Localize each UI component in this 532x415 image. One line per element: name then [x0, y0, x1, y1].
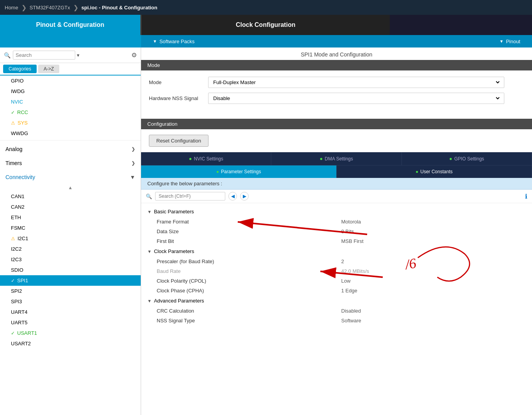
tab-clock-config[interactable]: Clock Configuration: [140, 15, 390, 35]
basic-params-chevron: ▼: [147, 209, 152, 214]
search-bar: 🔍 ▼ ⚙: [0, 47, 141, 63]
param-row-cpol: Clock Polarity (CPOL) Low: [141, 276, 532, 286]
sidebar-item-iwdg[interactable]: IWDG: [0, 86, 141, 97]
breadcrumb-device[interactable]: STM32F407ZGTx: [30, 5, 70, 11]
param-row-prescaler: Prescaler (for Baud Rate) 2: [141, 257, 532, 266]
param-row-first-bit: First Bit MSB First: [141, 236, 532, 246]
breadcrumb-home[interactable]: Home: [5, 5, 18, 11]
sidebar-item-eth[interactable]: ETH: [0, 212, 141, 223]
sidebar-item-sdio[interactable]: SDIO: [0, 265, 141, 275]
sidebar-section-analog[interactable]: Analog ❯: [0, 142, 141, 156]
sidebar-section-connectivity[interactable]: Connectivity ▼: [0, 170, 141, 184]
param-row-data-size: Data Size 8 Bits: [141, 227, 532, 236]
nvic-check-icon: ●: [189, 156, 192, 162]
sidebar-item-i2c3[interactable]: I2C3: [0, 254, 141, 265]
sub-bar: ▼ Software Packs ▼ Pinout: [0, 35, 532, 47]
params-table: ▼ Basic Parameters Frame Format Motorola…: [141, 203, 532, 329]
spi1-check-icon: ✓: [11, 278, 15, 283]
params-header: Configure the below parameters :: [141, 178, 532, 190]
config-tabs-row2: ● Parameter Settings ● User Constants: [141, 165, 532, 178]
breadcrumb: Home ❯ STM32F407ZGTx ❯ spi.ioc - Pinout …: [0, 0, 532, 15]
sidebar-item-gpio[interactable]: GPIO: [0, 76, 141, 86]
param-row-cpha: Clock Phase (CPHA) 1 Edge: [141, 286, 532, 295]
param-row-frame-format: Frame Format Motorola: [141, 217, 532, 227]
sidebar-item-rcc[interactable]: ✓ RCC: [0, 107, 141, 118]
config-tab-gpio[interactable]: ● GPIO Settings: [402, 152, 532, 165]
search-params: 🔍 ◀ ▶ ℹ: [141, 190, 532, 203]
config-section: Configuration Reset Configuration ● NVIC…: [141, 119, 532, 329]
sidebar-item-usart1[interactable]: ✓ USART1: [0, 328, 141, 338]
advanced-params-group[interactable]: ▼ Advanced Parameters: [141, 295, 532, 306]
sub-bar-pinout[interactable]: ▼ Pinout: [488, 39, 532, 44]
search-input[interactable]: [13, 51, 75, 60]
params-search-input[interactable]: [155, 192, 225, 200]
params-nav-prev[interactable]: ◀: [228, 192, 237, 200]
sub-bar-software-packs[interactable]: ▼ Software Packs: [141, 39, 206, 44]
rcc-check-icon: ✓: [11, 110, 15, 115]
sidebar-item-can1[interactable]: CAN1: [0, 191, 141, 202]
connectivity-items: CAN1 CAN2 ETH FSMC ⚠ I2C1 I2C2 I2C3 SDIO…: [0, 191, 141, 349]
usart1-check-icon: ✓: [11, 331, 15, 336]
mode-row: Mode Full-Duplex Master: [149, 77, 524, 88]
nss-row: Hardware NSS Signal Disable: [149, 93, 524, 104]
parameter-check-icon: ●: [216, 169, 219, 174]
params-search-icon: 🔍: [146, 193, 152, 199]
sidebar-item-sys[interactable]: ⚠ SYS: [0, 118, 141, 128]
config-section-header: Configuration: [141, 119, 532, 129]
main-layout: 🔍 ▼ ⚙ Categories A->Z GPIO IWDG NVIC ✓ R…: [0, 47, 532, 415]
dma-check-icon: ●: [320, 156, 323, 162]
search-dropdown-arrow[interactable]: ▼: [76, 53, 80, 58]
config-tab-user-constants[interactable]: ● User Constants: [337, 165, 532, 178]
mode-select-input[interactable]: Full-Duplex Master: [212, 79, 501, 86]
filter-tab-categories[interactable]: Categories: [3, 65, 37, 73]
reset-config-button[interactable]: Reset Configuration: [149, 135, 209, 147]
timers-chevron: ❯: [131, 160, 135, 166]
search-icon: 🔍: [4, 52, 11, 58]
sidebar-item-fsmc[interactable]: FSMC: [0, 223, 141, 233]
gear-icon[interactable]: ⚙: [131, 51, 137, 59]
sidebar-item-can2[interactable]: CAN2: [0, 202, 141, 212]
sidebar-items-system: GPIO IWDG NVIC ✓ RCC ⚠ SYS WWDG: [0, 76, 141, 139]
config-tab-parameter[interactable]: ● Parameter Settings: [141, 165, 337, 178]
main-tab-bar: Pinout & Configuration Clock Configurati…: [0, 15, 532, 35]
basic-params-group[interactable]: ▼ Basic Parameters: [141, 206, 532, 217]
mode-select[interactable]: Full-Duplex Master: [208, 77, 504, 88]
params-nav-next[interactable]: ▶: [240, 192, 249, 200]
user-constants-check-icon: ●: [415, 169, 418, 174]
clock-params-group[interactable]: ▼ Clock Parameters: [141, 246, 532, 257]
config-tab-nvic[interactable]: ● NVIC Settings: [141, 152, 271, 165]
analog-chevron: ❯: [131, 146, 135, 152]
sidebar-item-spi1[interactable]: ✓ SPI1: [0, 275, 141, 286]
content-area: SPI1 Mode and Configuration Mode Mode Fu…: [141, 47, 532, 415]
sidebar-item-i2c1[interactable]: ⚠ I2C1: [0, 233, 141, 244]
nss-select-input[interactable]: Disable: [212, 95, 501, 102]
gpio-check-icon: ●: [449, 156, 452, 162]
sidebar-section-timers[interactable]: Timers ❯: [0, 156, 141, 170]
scroll-up-arrow[interactable]: ▲: [68, 185, 73, 190]
sidebar-item-usart2[interactable]: USART2: [0, 338, 141, 349]
filter-tabs: Categories A->Z: [0, 63, 141, 76]
nss-select[interactable]: Disable: [208, 93, 504, 104]
sys-warning-icon: ⚠: [11, 120, 15, 126]
filter-tab-az[interactable]: A->Z: [38, 65, 59, 73]
tab-pinout-config[interactable]: Pinout & Configuration: [0, 15, 140, 35]
config-tabs-row1: ● NVIC Settings ● DMA Settings ● GPIO Se…: [141, 152, 532, 165]
breadcrumb-current: spi.ioc - Pinout & Configuration: [81, 5, 157, 11]
config-tab-dma[interactable]: ● DMA Settings: [271, 152, 401, 165]
sidebar-item-nvic[interactable]: NVIC: [0, 97, 141, 107]
mode-label: Mode: [149, 79, 203, 85]
mode-section: Mode Full-Duplex Master Hardware NSS Sig…: [141, 70, 532, 115]
mode-section-header: Mode: [141, 60, 532, 70]
sidebar: 🔍 ▼ ⚙ Categories A->Z GPIO IWDG NVIC ✓ R…: [0, 47, 141, 415]
sidebar-item-i2c2[interactable]: I2C2: [0, 244, 141, 254]
connectivity-chevron: ▼: [130, 174, 135, 180]
breadcrumb-chevron-2: ❯: [73, 4, 78, 11]
info-icon[interactable]: ℹ: [525, 193, 527, 200]
sidebar-item-spi2[interactable]: SPI2: [0, 286, 141, 296]
sidebar-item-spi3[interactable]: SPI3: [0, 296, 141, 307]
nss-label: Hardware NSS Signal: [149, 95, 203, 101]
sidebar-item-uart5[interactable]: UART5: [0, 317, 141, 328]
sidebar-item-wwdg[interactable]: WWDG: [0, 128, 141, 139]
sidebar-item-uart4[interactable]: UART4: [0, 307, 141, 317]
content-title: SPI1 Mode and Configuration: [141, 47, 532, 60]
